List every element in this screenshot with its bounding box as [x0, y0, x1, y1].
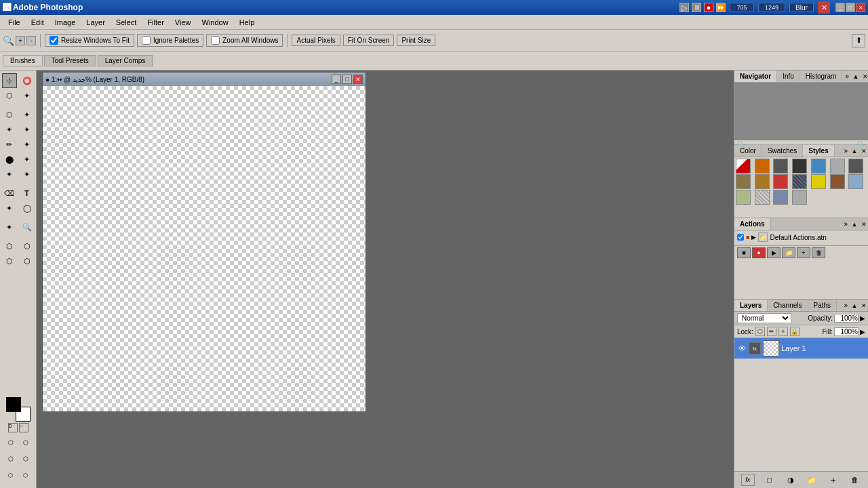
style-swatch-7[interactable] [736, 174, 751, 189]
background-mode-btn[interactable]: ⬡ [20, 239, 35, 253]
mask-mode-btn[interactable]: ⬡ [2, 253, 17, 268]
style-swatch-6[interactable] [848, 159, 863, 174]
print-size-btn[interactable]: Print Size [397, 35, 435, 46]
layer-delete-btn[interactable]: 🗑 [848, 474, 861, 486]
info-tab[interactable]: Info [777, 70, 800, 82]
share-btn[interactable]: ⬆ [852, 34, 865, 47]
close-btn[interactable]: ✕ [856, 3, 865, 12]
action-expand-btn[interactable]: ▶ [751, 234, 756, 241]
layer-group-btn[interactable]: 📁 [805, 474, 818, 486]
menu-layer[interactable]: Layer [81, 17, 111, 28]
layer-comps-tab[interactable]: Layer Comps [98, 55, 153, 66]
actual-pixels-btn[interactable]: Actual Pixels [292, 35, 340, 46]
close-btn-top[interactable]: ✕ [818, 1, 830, 14]
type-tool[interactable]: T [20, 186, 35, 201]
layers-panel-menu[interactable]: » [841, 300, 850, 310]
layer-adjustment-btn[interactable]: ◑ [784, 474, 797, 486]
navigator-close-btn[interactable]: ✕ [861, 73, 868, 81]
record-btn[interactable]: ● [752, 247, 766, 258]
lasso-tool[interactable]: ⭕ [20, 73, 35, 88]
menu-file[interactable]: File [3, 17, 26, 28]
style-swatch-1[interactable] [755, 159, 770, 174]
opacity-arrow[interactable]: ▶ [860, 314, 865, 322]
foreground-mode-btn[interactable]: ⬡ [2, 239, 17, 253]
style-swatch-10[interactable] [792, 174, 807, 189]
style-swatch-13[interactable] [848, 174, 863, 189]
layer-item-1[interactable]: 👁 fx Layer 1 [734, 338, 868, 359]
action-item-default[interactable]: ■ ▶ 📁 Default Actions.atn [736, 232, 867, 243]
menu-window[interactable]: Window [197, 17, 234, 28]
style-swatch-8[interactable] [755, 174, 770, 189]
zoom-all-windows-btn[interactable]: Zoom All Windows [206, 34, 283, 47]
ignore-palettes-btn[interactable]: Ignore Palettes [137, 34, 203, 47]
clone-tool[interactable]: ✏ [2, 137, 17, 152]
style-swatch-16[interactable] [773, 190, 788, 205]
fill-input[interactable] [834, 327, 859, 336]
histogram-tab[interactable]: Histogram [800, 70, 843, 82]
ctrl-btn-3[interactable]: ● [704, 3, 713, 12]
lock-image-btn[interactable]: ✏ [767, 327, 776, 336]
layer-new-btn[interactable]: + [827, 474, 840, 486]
y-field[interactable] [758, 3, 785, 12]
tool-presets-tab[interactable]: Tool Presets [44, 55, 96, 66]
lock-transparent-btn[interactable]: ⬡ [755, 327, 765, 336]
actions-panel-menu[interactable]: » [841, 219, 850, 229]
style-swatch-14[interactable] [736, 190, 751, 205]
style-swatch-4[interactable] [811, 159, 826, 174]
style-swatch-3[interactable] [792, 159, 807, 174]
hand-tool[interactable]: ✦ [2, 220, 17, 235]
swap-colors-btn[interactable]: ↔ [19, 423, 28, 432]
shape-tool[interactable]: ◯ [20, 201, 35, 216]
delete-action-btn[interactable]: 🗑 [812, 247, 825, 258]
dodge-tool[interactable]: ✦ [2, 167, 17, 182]
style-swatch-2[interactable] [773, 159, 788, 174]
history-brush-tool[interactable]: ✦ [20, 137, 35, 152]
channels-tab[interactable]: Channels [768, 300, 808, 311]
style-swatch-0[interactable] [736, 159, 751, 174]
brush-tool[interactable]: ✦ [20, 122, 35, 137]
layers-tab[interactable]: Layers [734, 300, 768, 311]
lock-all-btn[interactable]: 🔒 [790, 327, 800, 336]
minimize-btn[interactable]: _ [835, 3, 845, 12]
ctrl-btn-2[interactable]: ⏸ [692, 3, 701, 12]
menu-filter[interactable]: Filter [142, 17, 169, 28]
new-action-btn[interactable]: + [797, 247, 810, 258]
zoom-all-checkbox[interactable] [211, 36, 220, 45]
canvas-area[interactable]: ● 1:•• @ ‌جديد% (Layer 1, RGB/8) _ □ ✕ [37, 70, 734, 488]
menu-image[interactable]: Image [50, 17, 81, 28]
layer-visibility-1[interactable]: 👁 [737, 344, 747, 353]
fit-on-screen-btn[interactable]: Fit On Screen [343, 35, 395, 46]
doc-close-btn[interactable]: ✕ [353, 75, 363, 84]
ignore-palettes-checkbox[interactable] [142, 36, 151, 45]
menu-view[interactable]: View [170, 17, 197, 28]
style-swatch-11[interactable] [811, 174, 826, 189]
style-swatch-9[interactable] [773, 174, 788, 189]
crop-tool[interactable]: ⬡ [2, 107, 17, 122]
menu-edit[interactable]: Edit [26, 17, 50, 28]
default-colors-btn[interactable]: D [8, 423, 18, 432]
screen-mode-btn[interactable]: ⬡ [20, 253, 35, 268]
color-tab[interactable]: Color [734, 145, 762, 157]
styles-panel-menu[interactable]: » [841, 146, 850, 156]
canvas-content[interactable] [43, 86, 366, 411]
heal-tool[interactable]: ✦ [2, 122, 17, 137]
eraser-tool[interactable]: ⬤ [2, 152, 17, 167]
play-btn[interactable]: ▶ [767, 247, 781, 258]
foreground-color[interactable] [6, 397, 21, 412]
eyedropper-tool[interactable]: ✦ [20, 107, 35, 122]
resize-windows-checkbox[interactable] [50, 36, 58, 45]
burn-tool[interactable]: ✦ [20, 167, 35, 182]
navigator-panel-menu[interactable]: » [842, 71, 852, 81]
extra-btn-1[interactable]: ⬡ [3, 468, 18, 483]
paths-tab[interactable]: Paths [808, 300, 837, 311]
doc-maximize-btn[interactable]: □ [342, 75, 352, 84]
fill-arrow[interactable]: ▶ [860, 328, 865, 336]
layers-close-btn[interactable]: ✕ [860, 302, 868, 310]
style-swatch-17[interactable] [792, 190, 807, 205]
ctrl-btn-4[interactable]: ⏩ [716, 3, 726, 12]
marquee-tool[interactable]: ⬡ [2, 88, 17, 103]
screen-btn-2[interactable]: ⬡ [18, 451, 33, 466]
style-swatch-15[interactable] [755, 190, 770, 205]
zoom-in-btn[interactable]: + [16, 36, 25, 45]
brushes-tab[interactable]: Brushes [3, 55, 43, 66]
